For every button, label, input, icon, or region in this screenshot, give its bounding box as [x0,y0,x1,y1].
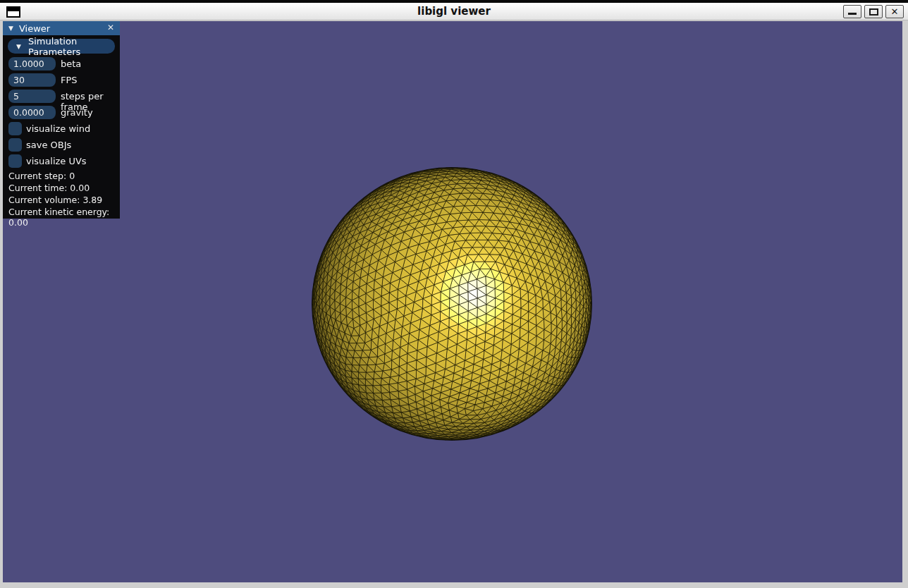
gravity-input[interactable]: 0.0000 [8,106,56,119]
section-simulation-parameters[interactable]: ▼ Simulation Parameters [8,39,115,54]
status-current-step: Current step: 0 [8,171,75,181]
mesh-sphere-canvas[interactable] [3,21,902,582]
maximize-button[interactable] [864,5,883,18]
maximize-icon [869,8,878,16]
window-title: libigl viewer [0,5,908,18]
beta-label: beta [61,59,81,69]
section-label: Simulation Parameters [28,36,115,57]
panel-title: Viewer [19,23,50,34]
visualize-wind-label: visualize wind [26,123,90,134]
titlebar[interactable]: libigl viewer ✕ [0,3,908,20]
visualize-uvs-checkbox[interactable] [8,154,22,168]
save-objs-checkbox[interactable] [8,138,22,152]
steps-per-frame-input[interactable]: 5 [8,90,56,103]
status-current-kinetic-energy: Current kinetic energy: 0.00 [8,207,120,228]
fps-input[interactable]: 30 [8,73,56,87]
viewer-panel-header[interactable]: ▼ Viewer ✕ [3,21,120,35]
viewer-panel: ▼ Viewer ✕ ▼ Simulation Parameters 1.000… [3,21,120,219]
panel-close-icon[interactable]: ✕ [105,22,116,33]
close-button[interactable]: ✕ [885,5,904,18]
minimize-button[interactable] [843,5,861,18]
status-current-volume: Current volume: 3.89 [8,195,102,205]
beta-input[interactable]: 1.0000 [8,57,56,71]
minimize-icon [848,13,857,15]
collapse-arrow-icon[interactable]: ▼ [8,25,13,32]
visualize-wind-checkbox[interactable] [8,122,22,135]
save-objs-label: save OBJs [26,140,71,150]
gl-viewport[interactable] [3,21,902,582]
close-icon: ✕ [886,6,903,17]
status-current-time: Current time: 0.00 [8,183,90,193]
fps-label: FPS [61,75,78,85]
section-collapse-arrow-icon: ▼ [16,43,21,50]
gravity-label: gravity [61,107,93,118]
visualize-uvs-label: visualize UVs [26,156,87,166]
